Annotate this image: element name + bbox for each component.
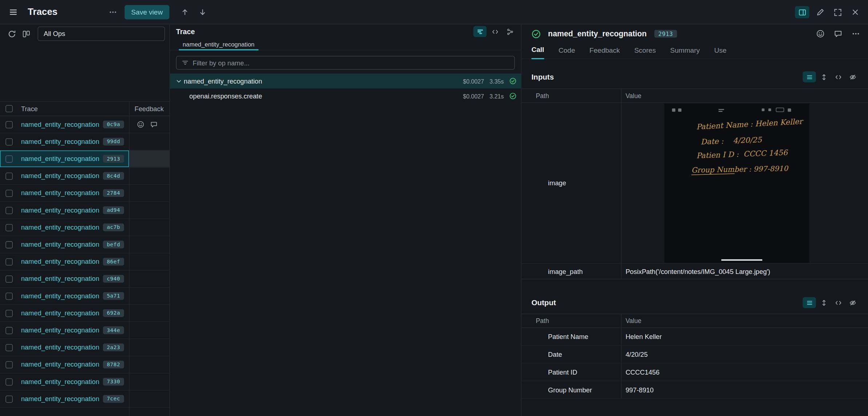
trace-table-row[interactable]: named_entity_recognation 7330 — [0, 373, 169, 391]
row-checkbox[interactable] — [5, 121, 13, 128]
arrow-up-icon[interactable] — [178, 6, 192, 18]
arrow-down-icon[interactable] — [195, 6, 210, 18]
trace-table-row[interactable]: named_entity_recognation 2784 — [0, 185, 169, 202]
input-row-image[interactable]: image Patient Name : Helen Kell — [521, 103, 868, 264]
row-checkbox[interactable] — [5, 138, 13, 145]
trace-link[interactable]: named_entity_recognation — [21, 258, 99, 266]
trace-table-row[interactable]: named_entity_recognation 8782 — [0, 356, 169, 373]
save-view-button[interactable]: Save view — [125, 5, 169, 20]
trace-link[interactable]: named_entity_recognation — [21, 241, 99, 248]
add-comment-icon[interactable] — [150, 121, 158, 128]
row-checkbox[interactable] — [5, 361, 13, 368]
trace-link[interactable]: named_entity_recognation — [21, 344, 99, 351]
row-checkbox[interactable] — [5, 207, 13, 214]
trace-link[interactable]: named_entity_recognation — [21, 223, 99, 231]
row-checkbox[interactable] — [5, 189, 13, 197]
trace-table-row[interactable]: named_entity_recognation 99dd — [0, 133, 169, 150]
trace-tab-active[interactable]: named_entity_recognation — [179, 39, 258, 51]
output-table-row[interactable]: Group Number 997-8910 — [521, 381, 868, 399]
output-table-row[interactable]: Date 4/20/25 — [521, 346, 868, 364]
row-checkbox[interactable] — [5, 258, 13, 265]
add-reaction-icon[interactable] — [137, 121, 144, 128]
trace-link[interactable]: named_entity_recognation — [21, 275, 99, 283]
output-heading: Output — [532, 298, 556, 307]
row-checkbox[interactable] — [5, 378, 13, 385]
hide-values-icon[interactable] — [846, 297, 859, 308]
graph-view-icon[interactable] — [503, 26, 517, 37]
trace-table-row[interactable]: named_entity_recognation 8c4d — [0, 167, 169, 185]
tree-row[interactable]: named_entity_recognation $0.0027 3.35s — [170, 74, 521, 89]
trace-link[interactable]: named_entity_recognation — [21, 172, 99, 180]
trace-table-row[interactable]: named_entity_recognation c940 — [0, 271, 169, 288]
expand-rows-icon[interactable] — [817, 297, 831, 308]
pencil-icon[interactable] — [813, 6, 827, 18]
trace-link[interactable]: named_entity_recognation — [21, 189, 99, 197]
panel-toggle-icon[interactable] — [795, 6, 810, 18]
select-all-checkbox[interactable] — [5, 105, 13, 112]
trace-link[interactable]: named_entity_recognation — [21, 395, 99, 403]
row-checkbox[interactable] — [5, 275, 13, 282]
trace-link[interactable]: named_entity_recognation — [21, 378, 99, 385]
add-reaction-icon[interactable] — [816, 29, 825, 38]
row-checkbox[interactable] — [5, 292, 13, 300]
trace-link[interactable]: named_entity_recognation — [21, 206, 99, 214]
row-checkbox[interactable] — [5, 327, 13, 334]
row-checkbox[interactable] — [5, 344, 13, 351]
row-checkbox[interactable] — [5, 310, 13, 317]
trace-table-row[interactable]: named_entity_recognation 7cec — [0, 391, 169, 408]
trace-id-badge: 7330 — [103, 378, 124, 385]
more-horizontal-icon[interactable] — [106, 6, 120, 18]
more-horizontal-icon[interactable] — [851, 29, 860, 38]
trace-link[interactable]: named_entity_recognation — [21, 138, 99, 145]
input-image-thumbnail[interactable]: Patient Name : Helen Keller Date : 4/20/… — [664, 104, 809, 263]
tab-scores[interactable]: Scores — [634, 47, 656, 58]
row-checkbox[interactable] — [5, 155, 13, 162]
tree-row[interactable]: openai.responses.create $0.0027 3.21s — [170, 89, 521, 104]
close-icon[interactable] — [848, 6, 863, 18]
chevron-down-icon[interactable] — [176, 78, 184, 84]
trace-table-row[interactable]: named_entity_recognation 5a71 — [0, 288, 169, 305]
trace-table-row[interactable]: named_entity_recognation 344e — [0, 322, 169, 339]
row-checkbox[interactable] — [5, 241, 13, 248]
trace-link[interactable]: named_entity_recognation — [21, 121, 99, 128]
code-icon[interactable] — [831, 71, 845, 82]
trace-table-row[interactable]: named_entity_recognation befd — [0, 236, 169, 253]
code-view-icon[interactable] — [488, 26, 502, 37]
add-comment-icon[interactable] — [834, 29, 843, 38]
trace-link[interactable]: named_entity_recognation — [21, 326, 99, 334]
trace-table-row[interactable]: named_entity_recognation 86ef — [0, 253, 169, 270]
ops-filter-select[interactable]: All Ops — [38, 27, 165, 41]
trace-table-row[interactable]: named_entity_recognation 0c9a — [0, 116, 169, 133]
tab-code[interactable]: Code — [558, 47, 575, 58]
flame-view-icon[interactable] — [473, 26, 487, 37]
tab-feedback[interactable]: Feedback — [589, 47, 620, 58]
trace-link[interactable]: named_entity_recognation — [21, 361, 99, 368]
list-view-icon[interactable] — [803, 297, 816, 308]
hamburger-menu-icon[interactable] — [7, 6, 20, 18]
output-table-row[interactable]: Patient ID CCCC1456 — [521, 363, 868, 381]
trace-table-row[interactable]: named_entity_recognation 692a — [0, 305, 169, 322]
row-checkbox[interactable] — [5, 224, 13, 231]
expand-rows-icon[interactable] — [817, 71, 831, 82]
tab-call[interactable]: Call — [532, 46, 544, 59]
hide-values-icon[interactable] — [846, 71, 859, 82]
input-row-image-path[interactable]: image_path PosixPath('/content/notes/IMG… — [521, 264, 868, 279]
list-view-icon[interactable] — [803, 71, 816, 82]
tab-use[interactable]: Use — [714, 47, 727, 58]
trace-link[interactable]: named_entity_recognation — [21, 155, 99, 162]
fullscreen-icon[interactable] — [830, 6, 845, 18]
trace-table-row[interactable]: named_entity_recognation 2a23 — [0, 339, 169, 356]
row-checkbox[interactable] — [5, 395, 13, 403]
tab-summary[interactable]: Summary — [670, 47, 700, 58]
columns-icon[interactable] — [19, 28, 33, 40]
trace-table-row[interactable]: named_entity_recognation ac7b — [0, 219, 169, 236]
trace-table-row[interactable]: named_entity_recognation 2913 — [0, 150, 169, 167]
refresh-icon[interactable] — [4, 28, 19, 40]
trace-table-row[interactable]: named_entity_recognation ad94 — [0, 202, 169, 219]
row-checkbox[interactable] — [5, 172, 13, 179]
op-filter-input[interactable] — [193, 59, 509, 66]
output-table-row[interactable]: Patient Name Helen Keller — [521, 328, 868, 346]
trace-link[interactable]: named_entity_recognation — [21, 309, 99, 317]
code-icon[interactable] — [831, 297, 845, 308]
trace-link[interactable]: named_entity_recognation — [21, 292, 99, 300]
